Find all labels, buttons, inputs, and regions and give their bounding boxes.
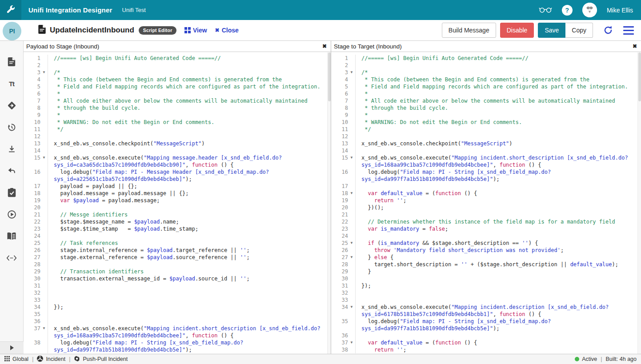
code-line[interactable]: 20 })(); xyxy=(331,204,641,211)
code-line[interactable]: 11 */ xyxy=(331,126,641,133)
code-line[interactable]: 36 xyxy=(331,332,641,339)
code-text[interactable]: * xyxy=(48,90,331,97)
code-text[interactable] xyxy=(356,232,641,240)
code-text[interactable] xyxy=(48,311,331,318)
code-text[interactable]: // Task references xyxy=(48,240,331,247)
code-line[interactable]: 32 xyxy=(331,289,641,296)
code-line[interactable]: 31 xyxy=(24,282,331,289)
code-text[interactable] xyxy=(48,296,331,304)
code-text[interactable] xyxy=(356,62,641,69)
user-name[interactable]: Mike Ellis xyxy=(607,7,633,14)
code-text[interactable]: */ xyxy=(356,126,641,133)
code-line[interactable]: 19 return ''; xyxy=(331,197,641,204)
code-text[interactable]: // Transaction identifiers xyxy=(48,268,331,275)
code-line[interactable]: 29 } xyxy=(331,268,641,275)
fold-arrow-icon[interactable]: ▼ xyxy=(40,154,48,168)
code-text[interactable]: x_snd_eb.ws_console.execute("Mapping mes… xyxy=(48,154,331,168)
code-text[interactable]: if (is_mandatory && $stage.short_descrip… xyxy=(356,240,641,247)
code-line[interactable]: 4 * This code (between the Begin and End… xyxy=(331,76,641,83)
code-text[interactable]: * This code (between the Begin and End c… xyxy=(48,76,331,83)
code-editor[interactable]: 1//===== [ws] Begin Unifi Auto Generated… xyxy=(24,52,331,353)
code-line[interactable]: 24 xyxy=(24,232,331,240)
documentation-icon[interactable] xyxy=(7,231,16,241)
code-line[interactable]: 8 * through the build cycle. xyxy=(24,104,331,112)
code-text[interactable]: * Field and Field mapping records which … xyxy=(48,83,331,90)
code-line[interactable]: 5 * Field and Field mapping records whic… xyxy=(331,83,641,90)
code-text[interactable]: var default_value = (function () { xyxy=(356,339,641,346)
code-line[interactable]: 12 xyxy=(24,133,331,140)
code-line[interactable]: 10 * WARNING: Do not edit the Begin or E… xyxy=(331,119,641,126)
code-text[interactable]: var default_value = (function () { xyxy=(356,190,641,197)
code-text[interactable]: //===== [ws] Begin Unifi Auto Generated … xyxy=(48,55,331,62)
code-text[interactable]: stage.external_reference = $payload.sour… xyxy=(48,254,331,261)
code-text[interactable]: x_snd_eb.ws_console.checkpoint("MessageS… xyxy=(356,140,641,147)
code-line[interactable]: 38 return ''; xyxy=(331,346,641,353)
code-text[interactable]: stage.internal_reference = $payload.targ… xyxy=(48,247,331,254)
code-text[interactable] xyxy=(48,133,331,140)
code-text[interactable] xyxy=(48,62,331,69)
code-line[interactable]: 37▼ var default_value = (function () { xyxy=(331,339,641,346)
view-menu[interactable]: View xyxy=(184,27,207,34)
code-text[interactable] xyxy=(48,232,331,240)
code-line[interactable]: 25▼ if (is_mandatory && $stage.short_des… xyxy=(331,240,641,247)
fold-arrow-icon[interactable]: ▼ xyxy=(348,69,355,76)
code-line[interactable]: 6 * xyxy=(24,90,331,97)
code-text[interactable]: log.debug("Field map: PI - String [x_snd… xyxy=(356,168,641,183)
code-text[interactable] xyxy=(48,204,331,211)
code-text[interactable]: return ''; xyxy=(356,197,641,204)
pane-close-icon[interactable]: ✖ xyxy=(322,43,327,49)
code-line[interactable]: 26 throw 'Mandatory field short_descript… xyxy=(331,247,641,254)
code-line[interactable]: 2 xyxy=(24,62,331,69)
code-line[interactable]: 13x_snd_eb.ws_console.checkpoint("Messag… xyxy=(24,140,331,147)
code-line[interactable]: 17 xyxy=(331,183,641,190)
code-line[interactable]: 8 * through the build cycle. xyxy=(331,104,641,112)
code-line[interactable]: 26 stage.internal_reference = $payload.t… xyxy=(24,247,331,254)
fold-arrow-icon[interactable]: ▼ xyxy=(40,69,48,76)
code-line[interactable]: 36 xyxy=(24,318,331,325)
code-text[interactable]: * xyxy=(48,112,331,119)
code-line[interactable]: 2 xyxy=(331,62,641,69)
code-text[interactable]: //===== [ws] Begin Unifi Auto Generated … xyxy=(356,55,641,62)
refresh-button[interactable] xyxy=(603,25,613,36)
document-sidebar-icon[interactable] xyxy=(7,57,16,67)
code-text[interactable]: }); xyxy=(356,282,641,289)
code-text[interactable]: log.debug("Field map: PI - String [x_snd… xyxy=(48,339,331,353)
code-text[interactable]: x_snd_eb.ws_console.execute("Mapping inc… xyxy=(356,154,641,168)
code-line[interactable]: 30 xyxy=(331,275,641,282)
code-line[interactable]: 25 // Task references xyxy=(24,240,331,247)
code-line[interactable]: 33 xyxy=(24,296,331,304)
process-avatar[interactable]: PI xyxy=(3,22,21,40)
code-line[interactable]: 15▼x_snd_eb.ws_console.execute("Mapping … xyxy=(24,154,331,168)
process-selector[interactable]: Push-Pull Incident xyxy=(74,356,128,363)
code-text[interactable] xyxy=(48,147,331,154)
code-text[interactable]: $stage.$time_stamp = $payload.time_stamp… xyxy=(48,225,331,232)
build-message-button[interactable]: Build Message xyxy=(442,23,496,38)
code-text[interactable]: * All code either above or below the com… xyxy=(356,97,641,104)
code-text[interactable]: payload = payload || {}; xyxy=(48,183,331,190)
code-text[interactable]: // Messge identifiers xyxy=(48,211,331,218)
scope-selector[interactable]: Global xyxy=(4,356,28,363)
code-text[interactable]: * All code either above or below the com… xyxy=(48,97,331,104)
code-line[interactable]: 23 var is_mandatory = false; xyxy=(331,225,641,232)
code-text[interactable] xyxy=(48,261,331,268)
code-text[interactable] xyxy=(48,282,331,289)
code-line[interactable]: 16 log.debug("Field map: PI - Message He… xyxy=(24,168,331,183)
code-line[interactable]: 28 xyxy=(24,261,331,268)
code-line[interactable]: 34▼x_snd_eb.ws_console.execute("Mapping … xyxy=(331,304,641,318)
fold-arrow-icon[interactable]: ▼ xyxy=(40,325,48,339)
code-line[interactable]: 28 target.short_description = '' + ($sta… xyxy=(331,261,641,268)
code-text[interactable] xyxy=(356,183,641,190)
code-line[interactable]: 10 * WARNING: Do not edit the Begin or E… xyxy=(24,119,331,126)
pane-scrollbar[interactable] xyxy=(327,52,331,354)
code-text[interactable]: } xyxy=(356,268,641,275)
code-line[interactable]: 20 xyxy=(24,204,331,211)
code-line[interactable]: 29 // Transaction identifiers xyxy=(24,268,331,275)
code-line[interactable]: 19 var $payload = payload.message; xyxy=(24,197,331,204)
code-line[interactable]: 27▼ } else { xyxy=(331,254,641,261)
code-text[interactable]: return ''; xyxy=(356,346,641,353)
code-text[interactable]: $stage.$message_name = $payload.name; xyxy=(48,218,331,225)
code-line[interactable]: 27 stage.external_reference = $payload.s… xyxy=(24,254,331,261)
code-line[interactable]: 14 xyxy=(24,147,331,154)
sidebar-expand-arrow[interactable] xyxy=(0,341,24,354)
user-avatar[interactable] xyxy=(582,3,597,17)
